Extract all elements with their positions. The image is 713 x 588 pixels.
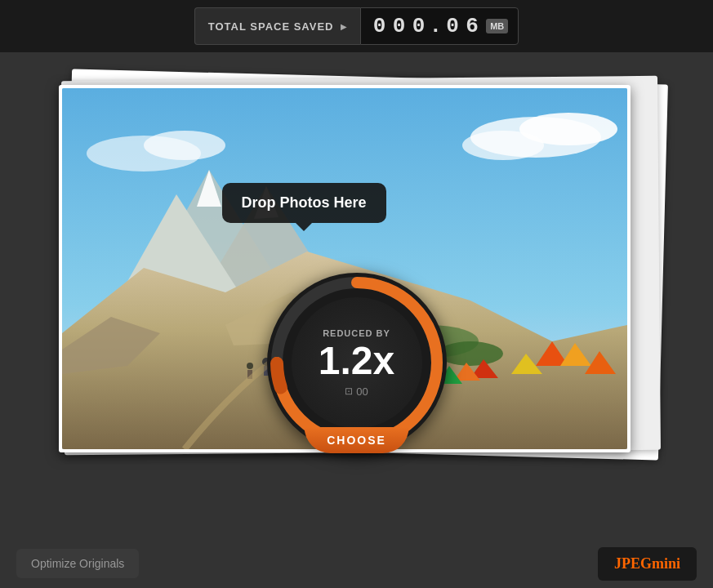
svg-point-26 [247, 363, 253, 369]
jpegmini-logo-button[interactable]: JPEGmini [598, 547, 697, 581]
total-space-saved-container: TOTAL SPACE SAVED ▶ 0 0 0 . 0 6 MB [194, 7, 519, 45]
drop-tooltip-text: Drop Photos Here [242, 194, 367, 211]
unit-badge: MB [486, 19, 508, 33]
drop-tooltip: Drop Photos Here [222, 183, 386, 223]
choose-button-wrap[interactable]: CHOOSE [304, 427, 409, 453]
optimize-originals-button[interactable]: Optimize Originals [16, 549, 139, 578]
main-content: Drop Photos Here REDUCED BY 1.2x [0, 52, 713, 588]
svg-point-5 [144, 131, 225, 160]
decimal-dot: . [430, 16, 443, 37]
digit-1: 0 [371, 16, 389, 37]
logo-jpeg-text: JPEG [614, 555, 652, 572]
bottom-bar: Optimize Originals JPEGmini [0, 539, 713, 588]
play-icon[interactable]: ▶ [341, 22, 347, 31]
total-space-saved-label: TOTAL SPACE SAVED [208, 20, 334, 33]
logo-mini-text: mini [652, 555, 680, 572]
meter-inner: REDUCED BY 1.2x ⊡ 00 [292, 297, 422, 428]
svg-point-15 [438, 341, 503, 366]
image-icon: ⊡ [345, 385, 353, 397]
digit-2: 0 [390, 16, 408, 37]
svg-point-3 [462, 131, 544, 160]
total-label-box: TOTAL SPACE SAVED ▶ [194, 7, 360, 45]
header-bar: TOTAL SPACE SAVED ▶ 0 0 0 . 0 6 MB [0, 0, 713, 52]
digit-5: 6 [463, 16, 481, 37]
digit-4: 0 [443, 16, 461, 37]
image-count: 00 [356, 385, 368, 398]
meter-outer: REDUCED BY 1.2x ⊡ 00 CHOOSE [267, 273, 447, 452]
counter-box: 0 0 0 . 0 6 MB [360, 7, 519, 45]
digit-3: 0 [410, 16, 428, 37]
choose-button[interactable]: CHOOSE [304, 427, 409, 453]
reduced-by-label: REDUCED BY [323, 328, 390, 338]
reduction-value: 1.2x [319, 341, 394, 381]
photo-stack[interactable]: Drop Photos Here REDUCED BY 1.2x [59, 77, 655, 469]
meter-circle: REDUCED BY 1.2x ⊡ 00 CHOOSE [267, 273, 447, 452]
image-count-row: ⊡ 00 [345, 385, 368, 398]
